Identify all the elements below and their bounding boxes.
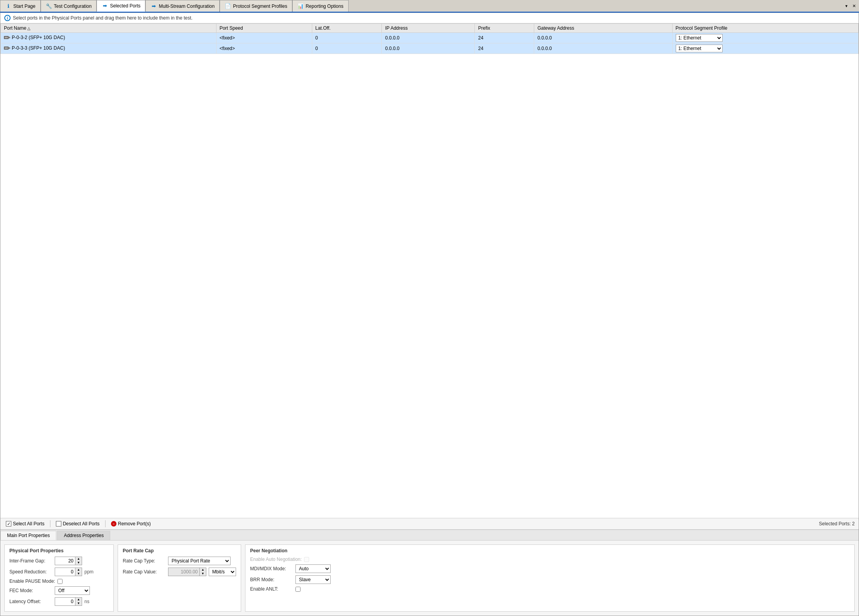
svg-rect-1 xyxy=(5,37,8,38)
inter-frame-gap-down[interactable]: ▼ xyxy=(75,561,82,565)
rate-cap-value-down[interactable]: ▼ xyxy=(200,572,206,576)
table-row[interactable]: P-0-3-3 (SFP+ 10G DAC) <fixed>00.0.0.024… xyxy=(1,43,859,54)
tab-multi-stream-label: Multi-Stream Configuration xyxy=(159,4,215,9)
peer-negotiation-group: Peer Negotiation Enable Auto Negotiation… xyxy=(245,544,855,612)
profile-dropdown-cell[interactable]: 1: Ethernet xyxy=(676,45,855,52)
inter-frame-gap-arrows: ▲ ▼ xyxy=(75,557,82,565)
bottom-toolbar: Select All Ports Deselect All Ports – Re… xyxy=(0,518,859,530)
select-all-checkbox xyxy=(6,521,11,526)
select-all-button[interactable]: Select All Ports xyxy=(4,520,46,527)
latency-offset-down[interactable]: ▼ xyxy=(75,602,82,605)
port-name-cell: P-0-3-2 (SFP+ 10G DAC) xyxy=(1,33,217,43)
port-icon-svg xyxy=(4,35,10,40)
selected-count-text: Selected Ports: 2 xyxy=(819,521,855,526)
col-lat-off: Lat.Off. xyxy=(312,24,382,33)
rate-cap-value-input[interactable] xyxy=(168,568,199,576)
col-port-name[interactable]: Port Name xyxy=(1,24,217,33)
speed-reduction-input[interactable] xyxy=(55,568,75,576)
reporting-options-icon: 📊 xyxy=(297,3,304,9)
enable-pause-mode-row: Enable PAUSE Mode: xyxy=(9,578,109,584)
brr-mode-select[interactable]: Master Slave xyxy=(295,575,331,584)
brr-mode-label: BRR Mode: xyxy=(250,577,293,582)
physical-port-properties-group: Physical Port Properties Inter-Frame Gap… xyxy=(4,544,114,612)
brr-mode-row: BRR Mode: Master Slave xyxy=(250,575,850,584)
port-icon: P-0-3-2 (SFP+ 10G DAC) xyxy=(4,35,65,40)
remove-ports-button[interactable]: – Remove Port(s) xyxy=(109,520,152,527)
enable-pause-mode-checkbox[interactable] xyxy=(57,579,63,584)
latency-offset-arrows: ▲ ▼ xyxy=(75,597,82,606)
tab-close-button[interactable]: ✕ xyxy=(851,3,857,9)
enable-auto-neg-label: Enable Auto Negotiation: xyxy=(250,557,302,562)
remove-ports-label: Remove Port(s) xyxy=(118,521,151,526)
port-name-cell: P-0-3-3 (SFP+ 10G DAC) xyxy=(1,43,217,54)
speed-reduction-down[interactable]: ▼ xyxy=(75,572,82,576)
tab-start-page[interactable]: ℹ Start Page xyxy=(0,0,41,12)
info-text: Select ports in the Physical Ports panel… xyxy=(13,15,193,21)
tab-pin-button[interactable]: ▾ xyxy=(844,3,849,9)
inter-frame-gap-up[interactable]: ▲ xyxy=(75,557,82,561)
toolbar-sep-2 xyxy=(105,520,106,527)
ip-address-cell: 0.0.0.0 xyxy=(382,33,475,43)
latency-offset-spin[interactable]: ▲ ▼ xyxy=(55,597,82,606)
svg-rect-5 xyxy=(9,47,10,49)
tab-test-config-label: Test Configuration xyxy=(54,4,92,9)
prop-tab-address[interactable]: Address Properties xyxy=(57,531,110,540)
selected-ports-icon: ➡ xyxy=(102,3,108,9)
speed-reduction-up[interactable]: ▲ xyxy=(75,568,82,572)
properties-panel: Main Port Properties Address Properties … xyxy=(0,530,859,616)
protocol-segment-profile-cell[interactable]: 1: Ethernet xyxy=(672,43,858,54)
lat-off-cell: 0 xyxy=(312,43,382,54)
rate-cap-value-up[interactable]: ▲ xyxy=(200,568,206,572)
tab-reporting-options[interactable]: 📊 Reporting Options xyxy=(292,0,349,12)
test-config-icon: 🔧 xyxy=(46,3,52,9)
tab-protocol-segment-label: Protocol Segment Profiles xyxy=(233,4,287,9)
tab-selected-ports[interactable]: ➡ Selected Ports xyxy=(97,0,145,12)
mdi-mdix-row: MDI/MDIX Mode: Auto MDI MDIX xyxy=(250,564,850,573)
latency-offset-up[interactable]: ▲ xyxy=(75,598,82,602)
protocol-segment-select[interactable]: 1: Ethernet xyxy=(676,45,723,52)
profile-dropdown-cell[interactable]: 1: Ethernet xyxy=(676,34,855,42)
inter-frame-gap-spin[interactable]: ▲ ▼ xyxy=(55,557,82,565)
rate-cap-value-arrows: ▲ ▼ xyxy=(199,568,206,576)
latency-offset-label: Latency Offset: xyxy=(9,599,52,604)
prop-tab-main-label: Main Port Properties xyxy=(7,533,50,538)
gateway-cell: 0.0.0.0 xyxy=(534,43,672,54)
port-speed-cell: <fixed> xyxy=(216,43,312,54)
prefix-cell: 24 xyxy=(475,43,534,54)
deselect-all-button[interactable]: Deselect All Ports xyxy=(54,520,101,527)
rate-cap-type-label: Rate Cap Type: xyxy=(123,558,166,564)
fec-mode-select[interactable]: Off xyxy=(55,586,90,595)
rate-cap-unit-select[interactable]: Mbit/s Gbit/s % xyxy=(209,568,236,576)
prop-tab-main[interactable]: Main Port Properties xyxy=(0,531,56,540)
tab-selected-ports-label: Selected Ports xyxy=(110,3,140,9)
deselect-all-checkbox xyxy=(56,521,61,526)
port-rate-cap-group: Port Rate Cap Rate Cap Type: Physical Po… xyxy=(118,544,241,612)
enable-anlt-label: Enable ANLT: xyxy=(250,586,293,592)
tab-multi-stream[interactable]: ➡ Multi-Stream Configuration xyxy=(145,0,220,12)
protocol-segment-profile-cell[interactable]: 1: Ethernet xyxy=(672,33,858,43)
enable-auto-neg-checkbox[interactable] xyxy=(304,557,309,562)
main-content: i Select ports in the Physical Ports pan… xyxy=(0,13,859,616)
enable-anlt-checkbox[interactable] xyxy=(295,587,301,592)
latency-offset-input[interactable] xyxy=(55,597,75,606)
speed-reduction-row: Speed Reduction: ▲ ▼ ppm xyxy=(9,568,109,576)
col-port-speed: Port Speed xyxy=(216,24,312,33)
tab-protocol-segment[interactable]: 📄 Protocol Segment Profiles xyxy=(220,0,292,12)
tab-bar: ℹ Start Page 🔧 Test Configuration ➡ Sele… xyxy=(0,0,859,13)
enable-anlt-row: Enable ANLT: xyxy=(250,586,850,592)
protocol-segment-select[interactable]: 1: Ethernet xyxy=(676,34,723,42)
port-icon: P-0-3-3 (SFP+ 10G DAC) xyxy=(4,45,65,51)
table-row[interactable]: P-0-3-2 (SFP+ 10G DAC) <fixed>00.0.0.024… xyxy=(1,33,859,43)
ports-table: Port Name Port Speed Lat.Off. IP Address… xyxy=(0,23,859,54)
speed-reduction-spin[interactable]: ▲ ▼ xyxy=(55,568,82,576)
port-icon-svg xyxy=(4,45,10,51)
speed-reduction-label: Speed Reduction: xyxy=(9,569,52,575)
tab-test-config[interactable]: 🔧 Test Configuration xyxy=(41,0,97,12)
select-all-label: Select All Ports xyxy=(13,521,45,526)
rate-cap-value-spin[interactable]: ▲ ▼ xyxy=(168,568,206,576)
rate-cap-type-select[interactable]: Physical Port Rate Custom xyxy=(168,557,231,565)
latency-offset-unit: ns xyxy=(84,599,89,604)
mdi-mdix-select[interactable]: Auto MDI MDIX xyxy=(295,564,331,573)
inter-frame-gap-input[interactable] xyxy=(55,557,75,565)
svg-rect-2 xyxy=(9,37,10,38)
